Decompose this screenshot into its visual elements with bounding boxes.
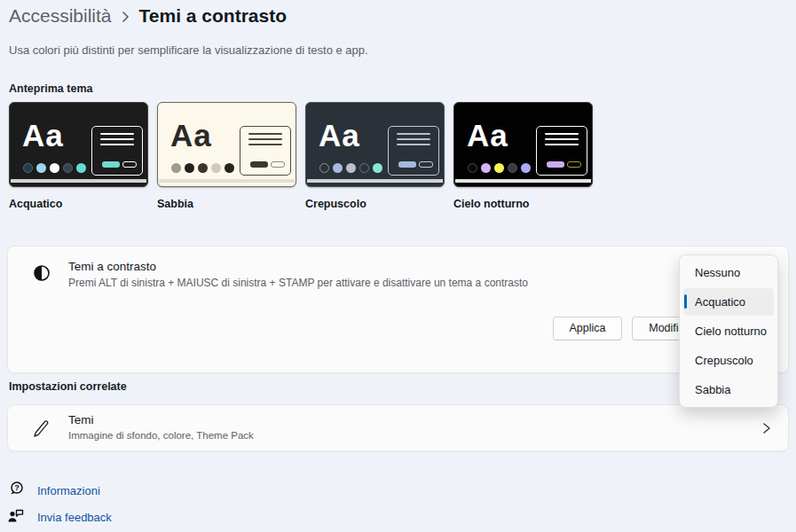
chevron-right-icon: [121, 10, 130, 24]
dropdown-item[interactable]: Crepuscolo: [683, 347, 774, 374]
dropdown-item-label: Acquatico: [695, 295, 745, 309]
theme-label: Acquatico: [9, 198, 148, 210]
mini-window-filled-button: [398, 161, 416, 168]
breadcrumb-parent[interactable]: Accessibilità: [9, 5, 112, 27]
apply-button[interactable]: Applica: [553, 317, 622, 340]
theme-mini-window: [536, 126, 587, 176]
dropdown-item[interactable]: Cielo notturno: [683, 317, 774, 345]
themes-row-title: Temi: [68, 413, 94, 426]
theme-preview-card[interactable]: Aa: [157, 102, 296, 187]
mini-window-outline-button: [271, 161, 285, 168]
mini-window-text-lines: [397, 133, 430, 145]
dropdown-item[interactable]: Acquatico: [683, 288, 774, 316]
theme-mini-window: [240, 126, 291, 176]
svg-text:?: ?: [14, 483, 20, 492]
theme-preview: Aa Sabbia: [157, 102, 296, 210]
theme-taskbar-strip: [455, 179, 591, 183]
theme-preview: Aa Acquatico: [9, 102, 148, 210]
theme-color-dot: [225, 163, 234, 173]
breadcrumb: Accessibilità Temi a contrasto: [9, 5, 287, 27]
theme-mini-window: [91, 126, 143, 176]
chevron-right-icon: [761, 422, 772, 438]
contrast-icon: [33, 264, 51, 286]
related-settings-heading: Impostazioni correlate: [9, 380, 127, 393]
theme-color-dot: [185, 163, 194, 173]
theme-color-dot: [333, 163, 343, 173]
theme-label: Crepuscolo: [305, 198, 445, 210]
theme-taskbar-strip: [159, 179, 295, 183]
mini-window-text-lines: [100, 133, 134, 145]
dropdown-item-label: Crepuscolo: [695, 354, 753, 367]
theme-dropdown-flyout: Nessuno Acquatico Cielo notturno Crepusc…: [679, 254, 778, 408]
theme-color-dot: [521, 163, 531, 173]
theme-preview: Aa Cielo notturno: [453, 102, 593, 210]
theme-sample-text: Aa: [467, 119, 508, 153]
theme-sample-text: Aa: [22, 119, 64, 153]
theme-color-dot: [508, 163, 517, 173]
theme-color-dot: [359, 163, 369, 173]
dropdown-item-label: Nessuno: [695, 266, 740, 279]
page-title: Temi a contrasto: [139, 5, 287, 27]
theme-color-dots: [23, 163, 86, 173]
selected-accent-bar: [684, 294, 687, 309]
theme-color-dot: [36, 163, 46, 173]
theme-color-dot: [23, 163, 33, 173]
preview-section-heading: Anteprima tema: [9, 82, 92, 95]
theme-color-dot: [468, 163, 477, 173]
theme-color-dot: [211, 163, 221, 173]
page-subtitle: Usa colori più distinti per semplificare…: [9, 43, 368, 57]
mini-window-text-lines: [545, 133, 579, 145]
theme-sample-text: Aa: [319, 119, 360, 153]
theme-color-dot: [76, 163, 86, 173]
theme-color-dot: [319, 163, 329, 173]
mini-window-buttons: [250, 161, 285, 168]
themes-settings-row[interactable]: Temi Immagine di sfondo, colore, Theme P…: [7, 404, 789, 451]
theme-preview-card[interactable]: Aa: [9, 102, 148, 187]
theme-mini-window: [388, 126, 439, 176]
theme-color-dot: [481, 163, 491, 173]
theme-preview-card[interactable]: Aa: [305, 102, 445, 187]
mini-window-outline-button: [567, 161, 581, 168]
theme-taskbar-strip: [307, 179, 443, 183]
theme-color-dot: [198, 163, 208, 173]
mini-window-filled-button: [547, 161, 564, 168]
mini-window-buttons: [547, 161, 581, 168]
contrast-setting-title: Temi a contrasto: [68, 260, 156, 273]
dropdown-item-label: Cielo notturno: [695, 325, 767, 338]
theme-label: Sabbia: [157, 198, 296, 210]
mini-window-filled-button: [102, 161, 120, 168]
feedback-link-label: Invia feedback: [37, 511, 112, 524]
help-person-icon: ?: [7, 480, 25, 501]
feedback-link-row[interactable]: Invia feedback: [7, 506, 112, 528]
theme-color-dot: [346, 163, 356, 173]
themes-row-subtitle: Immagine di sfondo, colore, Theme Pack: [68, 430, 254, 441]
theme-color-dot: [50, 163, 59, 173]
theme-preview: Aa Crepuscolo: [305, 102, 445, 210]
theme-color-dot: [171, 163, 181, 173]
theme-preview-card[interactable]: Aa: [453, 102, 593, 187]
theme-color-dots: [319, 163, 382, 173]
theme-color-dots: [171, 163, 234, 173]
mini-window-outline-button: [419, 161, 433, 168]
theme-taskbar-strip: [11, 179, 146, 183]
about-link-label: Informazioni: [37, 484, 100, 497]
theme-sample-text: Aa: [170, 119, 212, 153]
dropdown-item[interactable]: Nessuno: [683, 259, 774, 286]
dropdown-item[interactable]: Sabbia: [683, 376, 774, 403]
contrast-themes-card: Temi a contrasto Premi ALT di sinistra +…: [7, 246, 789, 373]
dropdown-item-label: Sabbia: [695, 383, 730, 396]
theme-color-dots: [468, 163, 531, 173]
paintbrush-icon: [30, 417, 51, 443]
about-link-row[interactable]: ? Informazioni: [7, 480, 100, 501]
mini-window-buttons: [398, 161, 433, 168]
theme-color-dot: [63, 163, 73, 173]
theme-color-dot: [373, 163, 382, 173]
mini-window-filled-button: [250, 161, 268, 168]
theme-color-dot: [494, 163, 504, 173]
theme-preview-row: Aa Acquatico Aa: [9, 102, 593, 210]
feedback-person-icon: [7, 506, 25, 528]
contrast-setting-description: Premi ALT di sinistra + MAIUSC di sinist…: [68, 277, 528, 289]
mini-window-text-lines: [248, 133, 282, 145]
mini-window-outline-button: [122, 161, 137, 168]
theme-label: Cielo notturno: [453, 198, 593, 210]
